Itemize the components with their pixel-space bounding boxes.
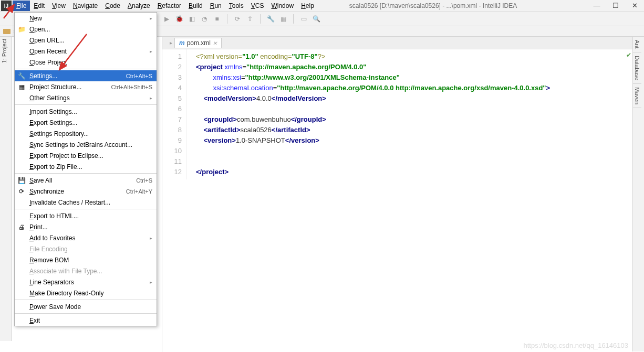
run-icon[interactable]: ▶: [162, 14, 171, 24]
menu-tools[interactable]: Tools: [225, 1, 247, 11]
folder-icon: 📁: [18, 26, 25, 33]
wrench-icon: 🔧: [18, 72, 25, 80]
minimize-button[interactable]: —: [587, 0, 606, 11]
menu-item-save-all[interactable]: 💾Save AllCtrl+S: [15, 175, 157, 186]
inspection-ok-icon: ✔: [626, 51, 631, 59]
search-icon[interactable]: 🔍: [311, 14, 321, 24]
menu-item-add-to-favorites[interactable]: Add to Favorites▸: [15, 232, 157, 243]
menu-item-sync-settings-to-jetbrains-account[interactable]: Sync Settings to JetBrains Account...: [15, 139, 157, 150]
menu-code[interactable]: Code: [101, 1, 124, 11]
vcs-commit-icon[interactable]: ⇧: [245, 14, 255, 24]
code-editor[interactable]: 123456789101112 <?xml version="1.0" enco…: [162, 49, 632, 179]
menu-item-remove-bom[interactable]: Remove BOM: [15, 254, 157, 265]
menu-item-print[interactable]: 🖨Print...: [15, 221, 157, 232]
menu-item-synchronize[interactable]: ⟳SynchronizeCtrl+Alt+Y: [15, 186, 157, 197]
menu-file[interactable]: File: [13, 1, 30, 11]
structure-icon: ▦: [18, 83, 25, 91]
left-tool-panel: 1: Project: [0, 37, 12, 341]
menu-view[interactable]: View: [48, 1, 69, 11]
menu-item-file-encoding: File Encoding: [15, 243, 157, 254]
menu-item-new[interactable]: New▸: [15, 13, 157, 24]
menu-item-exit[interactable]: Exit: [15, 315, 157, 326]
menu-item-settings-repository[interactable]: Settings Repository...: [15, 128, 157, 139]
menu-item-open-url[interactable]: Open URL...: [15, 35, 157, 46]
menu-run[interactable]: Run: [206, 1, 225, 11]
folder-icon: [3, 29, 11, 34]
menu-item-close-project[interactable]: Close Project: [15, 57, 157, 68]
menu-item-export-to-zip-file[interactable]: Export to Zip File...: [15, 161, 157, 172]
save-icon: 💾: [18, 177, 25, 184]
menu-item-project-structure[interactable]: ▦Project Structure...Ctrl+Alt+Shift+S: [15, 81, 157, 92]
menu-item-export-to-html[interactable]: Export to HTML...: [15, 210, 157, 221]
window-controls: — ☐ ✕: [587, 0, 644, 11]
menu-item-invalidate-caches-restart[interactable]: Invalidate Caches / Restart...: [15, 197, 157, 208]
menu-item-export-project-to-eclipse[interactable]: Export Project to Eclipse...: [15, 150, 157, 161]
menu-item-line-separators[interactable]: Line Separators▸: [15, 276, 157, 287]
coverage-icon[interactable]: ◧: [187, 14, 196, 24]
menubar: IJ FileEditViewNavigateCodeAnalyzeRefact…: [0, 0, 644, 12]
menu-item-make-directory-read-only[interactable]: Make Directory Read-Only: [15, 287, 157, 298]
stop-icon[interactable]: ■: [212, 14, 222, 24]
menu-item-import-settings[interactable]: Import Settings...: [15, 106, 157, 117]
menu-help[interactable]: Help: [297, 1, 318, 11]
menu-edit[interactable]: Edit: [30, 1, 48, 11]
editor-tab-pom[interactable]: m pom.xml ✕: [174, 38, 222, 48]
wrench-icon[interactable]: 🔧: [266, 14, 275, 24]
separator: [260, 14, 261, 24]
ant-tool-tab[interactable]: Ant: [633, 37, 641, 52]
structure-icon[interactable]: ▦: [278, 14, 288, 24]
menu-item-other-settings[interactable]: Other Settings▸: [15, 92, 157, 103]
menu-refactor[interactable]: Refactor: [154, 1, 185, 11]
menu-item-export-settings[interactable]: Export Settings...: [15, 117, 157, 128]
code-content[interactable]: <?xml version="1.0" encoding="UTF-8"?> <…: [186, 49, 550, 179]
profile-icon[interactable]: ◔: [200, 14, 209, 24]
screen-icon[interactable]: ▭: [299, 14, 308, 24]
vcs-update-icon[interactable]: ⟳: [233, 14, 242, 24]
file-dropdown-menu: New▸📁Open...Open URL...Open Recent▸Close…: [14, 12, 157, 326]
print-icon: 🖨: [18, 223, 25, 231]
separator: [293, 14, 294, 24]
line-gutter: 123456789101112: [162, 49, 186, 179]
menu-navigate[interactable]: Navigate: [69, 1, 101, 11]
close-tab-icon[interactable]: ✕: [213, 40, 217, 46]
menu-item-settings[interactable]: 🔧Settings...Ctrl+Alt+S: [15, 70, 157, 81]
right-tool-panel: Ant Database Maven: [632, 37, 644, 351]
menu-vcs[interactable]: VCS: [247, 1, 268, 11]
close-button[interactable]: ✕: [625, 0, 644, 11]
project-tool-tab[interactable]: 1: Project: [0, 37, 8, 65]
app-logo-icon: IJ: [1, 1, 12, 11]
maven-tool-tab[interactable]: Maven: [633, 84, 641, 108]
maven-file-icon: m: [179, 39, 185, 47]
sync-icon: ⟳: [18, 188, 25, 195]
menu-item-open[interactable]: 📁Open...: [15, 24, 157, 35]
watermark: https://blog.csdn.net/qq_16146103: [524, 342, 629, 349]
menu-build[interactable]: Build: [185, 1, 206, 11]
menu-item-open-recent[interactable]: Open Recent▸: [15, 46, 157, 57]
hide-tabs-icon[interactable]: ▸: [170, 40, 172, 46]
maximize-button[interactable]: ☐: [606, 0, 625, 11]
debug-icon[interactable]: 🐞: [174, 14, 184, 24]
database-tool-tab[interactable]: Database: [633, 52, 641, 84]
window-title: scala0526 [D:\maven\scala0526] - ...\pom…: [349, 2, 517, 9]
menu-window[interactable]: Window: [267, 1, 297, 11]
editor-tab-bar: ▸ m pom.xml ✕: [162, 37, 632, 49]
separator: [227, 14, 227, 24]
menu-item-associate-with-file-type: Associate with File Type...: [15, 265, 157, 276]
editor-area: ▸ m pom.xml ✕ 123456789101112 <?xml vers…: [162, 37, 632, 352]
menu-analyze[interactable]: Analyze: [124, 1, 154, 11]
menu-item-power-save-mode[interactable]: Power Save Mode: [15, 301, 157, 312]
